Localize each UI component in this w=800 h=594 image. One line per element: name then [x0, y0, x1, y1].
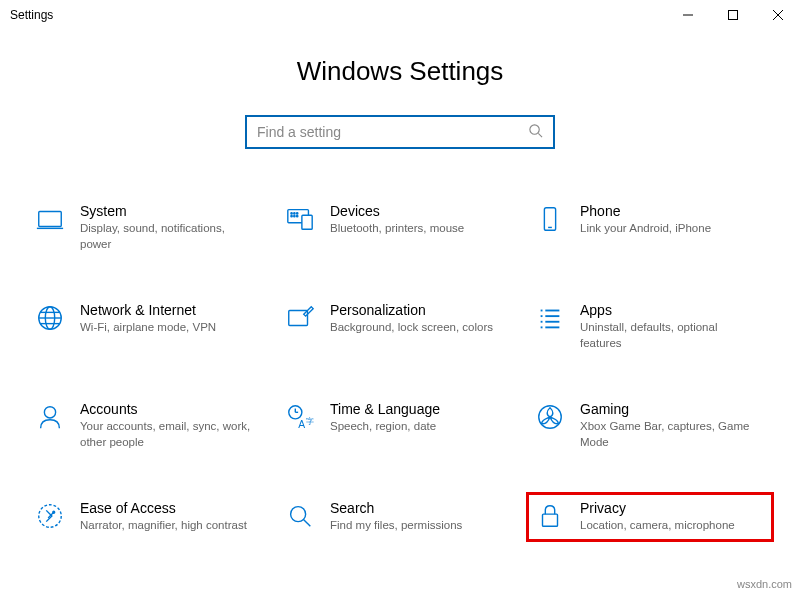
search-icon: [284, 500, 316, 532]
category-gaming[interactable]: GamingXbox Game Bar, captures, Game Mode: [530, 397, 770, 454]
gaming-icon: [534, 401, 566, 433]
category-title: Accounts: [80, 401, 256, 417]
svg-point-12: [297, 213, 298, 214]
category-desc: Bluetooth, printers, mouse: [330, 221, 506, 237]
window-title: Settings: [10, 8, 53, 22]
search-wrap: [0, 115, 800, 149]
category-accounts[interactable]: AccountsYour accounts, email, sync, work…: [30, 397, 270, 454]
category-personalization[interactable]: PersonalizationBackground, lock screen, …: [280, 298, 520, 355]
search-icon: [528, 123, 543, 142]
phone-icon: [534, 203, 566, 235]
page-title: Windows Settings: [0, 56, 800, 87]
search-box[interactable]: [245, 115, 555, 149]
category-desc: Location, camera, microphone: [580, 518, 756, 534]
svg-point-11: [294, 213, 295, 214]
category-desc: Find my files, permissions: [330, 518, 506, 534]
minimize-button[interactable]: [665, 0, 710, 30]
privacy-icon: [534, 500, 566, 532]
category-desc: Wi-Fi, airplane mode, VPN: [80, 320, 256, 336]
category-title: Network & Internet: [80, 302, 256, 318]
category-text: Ease of AccessNarrator, magnifier, high …: [80, 500, 266, 534]
network-icon: [34, 302, 66, 334]
category-text: SearchFind my files, permissions: [330, 500, 516, 534]
category-phone[interactable]: PhoneLink your Android, iPhone: [530, 199, 770, 256]
category-devices[interactable]: DevicesBluetooth, printers, mouse: [280, 199, 520, 256]
svg-point-15: [297, 216, 298, 217]
category-title: Ease of Access: [80, 500, 256, 516]
category-desc: Speech, region, date: [330, 419, 506, 435]
svg-line-5: [538, 133, 542, 137]
search-input[interactable]: [257, 124, 528, 140]
category-desc: Narrator, magnifier, high contrast: [80, 518, 256, 534]
personalization-icon: [284, 302, 316, 334]
category-time[interactable]: A字Time & LanguageSpeech, region, date: [280, 397, 520, 454]
category-system[interactable]: SystemDisplay, sound, notifications, pow…: [30, 199, 270, 256]
category-text: PrivacyLocation, camera, microphone: [580, 500, 766, 534]
category-desc: Uninstall, defaults, optional features: [580, 320, 756, 351]
svg-rect-6: [39, 212, 62, 227]
svg-point-13: [291, 216, 292, 217]
category-text: DevicesBluetooth, printers, mouse: [330, 203, 516, 237]
apps-icon: [534, 302, 566, 334]
category-title: Gaming: [580, 401, 756, 417]
svg-line-42: [304, 520, 311, 527]
svg-point-10: [291, 213, 292, 214]
category-desc: Display, sound, notifications, power: [80, 221, 256, 252]
categories-grid: SystemDisplay, sound, notifications, pow…: [0, 199, 800, 538]
category-title: Devices: [330, 203, 506, 219]
category-title: Personalization: [330, 302, 506, 318]
watermark: wsxdn.com: [737, 578, 792, 590]
category-title: Privacy: [580, 500, 756, 516]
category-title: System: [80, 203, 256, 219]
system-icon: [34, 203, 66, 235]
category-text: AccountsYour accounts, email, sync, work…: [80, 401, 266, 450]
category-network[interactable]: Network & InternetWi-Fi, airplane mode, …: [30, 298, 270, 355]
svg-rect-43: [543, 514, 558, 526]
ease-icon: [34, 500, 66, 532]
category-desc: Background, lock screen, colors: [330, 320, 506, 336]
svg-point-14: [294, 216, 295, 217]
titlebar: Settings: [0, 0, 800, 30]
time-icon: A字: [284, 401, 316, 433]
category-desc: Link your Android, iPhone: [580, 221, 756, 237]
close-button[interactable]: [755, 0, 800, 30]
category-search[interactable]: SearchFind my files, permissions: [280, 496, 520, 538]
page-header: Windows Settings: [0, 56, 800, 87]
category-title: Phone: [580, 203, 756, 219]
svg-text:字: 字: [306, 417, 314, 426]
category-title: Search: [330, 500, 506, 516]
svg-point-40: [53, 511, 55, 513]
svg-rect-1: [728, 11, 737, 20]
category-text: Network & InternetWi-Fi, airplane mode, …: [80, 302, 266, 336]
category-text: AppsUninstall, defaults, optional featur…: [580, 302, 766, 351]
category-text: GamingXbox Game Bar, captures, Game Mode: [580, 401, 766, 450]
category-ease[interactable]: Ease of AccessNarrator, magnifier, high …: [30, 496, 270, 538]
category-text: SystemDisplay, sound, notifications, pow…: [80, 203, 266, 252]
maximize-button[interactable]: [710, 0, 755, 30]
svg-point-4: [530, 124, 539, 133]
svg-rect-9: [302, 215, 312, 229]
category-title: Apps: [580, 302, 756, 318]
category-text: Time & LanguageSpeech, region, date: [330, 401, 516, 435]
category-desc: Your accounts, email, sync, work, other …: [80, 419, 256, 450]
svg-text:A: A: [298, 419, 305, 430]
window-controls: [665, 0, 800, 30]
category-apps[interactable]: AppsUninstall, defaults, optional featur…: [530, 298, 770, 355]
category-privacy[interactable]: PrivacyLocation, camera, microphone: [530, 496, 770, 538]
svg-point-32: [44, 407, 55, 418]
category-desc: Xbox Game Bar, captures, Game Mode: [580, 419, 756, 450]
accounts-icon: [34, 401, 66, 433]
category-text: PhoneLink your Android, iPhone: [580, 203, 766, 237]
category-text: PersonalizationBackground, lock screen, …: [330, 302, 516, 336]
devices-icon: [284, 203, 316, 235]
category-title: Time & Language: [330, 401, 506, 417]
svg-point-41: [291, 507, 306, 522]
